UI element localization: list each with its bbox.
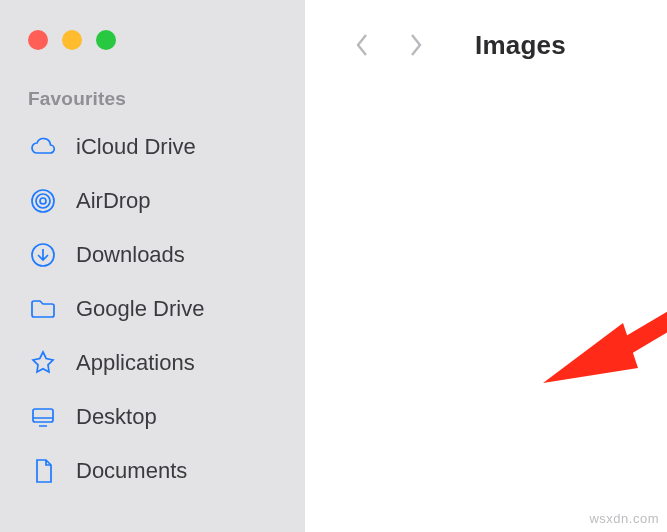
sidebar-item-label: Google Drive (76, 296, 204, 322)
sidebar-section-favourites: Favourites (0, 88, 305, 120)
chevron-right-icon (406, 31, 426, 59)
forward-button[interactable] (399, 28, 433, 62)
minimize-window-button[interactable] (62, 30, 82, 50)
chevron-left-icon (352, 31, 372, 59)
download-icon (28, 240, 58, 270)
svg-rect-4 (33, 409, 53, 422)
document-icon (28, 456, 58, 486)
sidebar-item-documents[interactable]: Documents (0, 444, 305, 498)
content-area: Images wsxdn.com (305, 0, 667, 532)
sidebar-item-downloads[interactable]: Downloads (0, 228, 305, 282)
annotation-arrow (543, 208, 667, 398)
sidebar-item-label: Downloads (76, 242, 185, 268)
airdrop-icon (28, 186, 58, 216)
sidebar-item-google-drive[interactable]: Google Drive (0, 282, 305, 336)
sidebar-item-icloud-drive[interactable]: iCloud Drive (0, 120, 305, 174)
back-button[interactable] (345, 28, 379, 62)
sidebar-item-label: AirDrop (76, 188, 151, 214)
svg-marker-6 (543, 323, 638, 383)
window-controls (0, 24, 305, 50)
sidebar-item-airdrop[interactable]: AirDrop (0, 174, 305, 228)
folder-icon (28, 294, 58, 324)
watermark: wsxdn.com (589, 511, 659, 526)
svg-point-1 (36, 194, 50, 208)
sidebar: Favourites iCloud Drive AirDrop Download… (0, 0, 305, 532)
sidebar-item-desktop[interactable]: Desktop (0, 390, 305, 444)
sidebar-item-label: iCloud Drive (76, 134, 196, 160)
svg-point-0 (40, 198, 46, 204)
maximize-window-button[interactable] (96, 30, 116, 50)
sidebar-item-label: Applications (76, 350, 195, 376)
sidebar-item-label: Documents (76, 458, 187, 484)
sidebar-item-label: Desktop (76, 404, 157, 430)
toolbar: Images (305, 28, 667, 62)
close-window-button[interactable] (28, 30, 48, 50)
desktop-icon (28, 402, 58, 432)
applications-icon (28, 348, 58, 378)
svg-line-5 (598, 218, 667, 363)
folder-title: Images (475, 30, 566, 61)
sidebar-item-applications[interactable]: Applications (0, 336, 305, 390)
finder-window: Favourites iCloud Drive AirDrop Download… (0, 0, 667, 532)
cloud-icon (28, 132, 58, 162)
